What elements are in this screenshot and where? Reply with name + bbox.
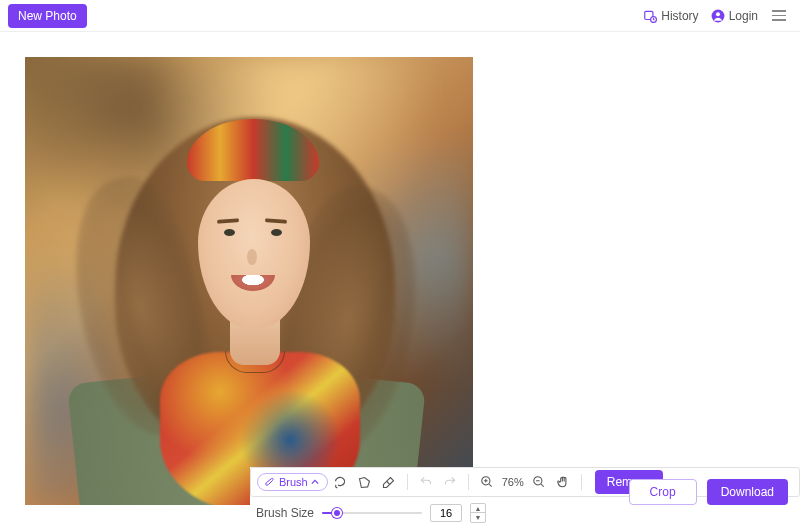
user-icon xyxy=(711,9,725,23)
crop-button[interactable]: Crop xyxy=(629,479,697,505)
zoom-in-icon[interactable] xyxy=(476,471,498,493)
eraser-tool-icon[interactable] xyxy=(378,471,400,493)
polygon-lasso-tool-icon[interactable] xyxy=(354,471,376,493)
divider xyxy=(407,474,408,490)
brush-size-row: Brush Size ▲ ▼ xyxy=(250,501,800,529)
brush-size-label: Brush Size xyxy=(256,506,314,520)
right-actions: Crop Download xyxy=(629,479,788,505)
login-label: Login xyxy=(729,9,758,23)
brush-size-input[interactable] xyxy=(430,504,462,522)
divider xyxy=(581,474,582,490)
stepper-up-icon[interactable]: ▲ xyxy=(471,504,485,513)
menu-icon[interactable] xyxy=(770,8,788,23)
stepper-down-icon[interactable]: ▼ xyxy=(471,513,485,522)
photo-canvas[interactable] xyxy=(25,57,473,505)
top-right-group: History Login xyxy=(643,8,788,23)
top-bar: New Photo History Login xyxy=(0,0,800,32)
zoom-out-icon[interactable] xyxy=(528,471,550,493)
pan-hand-icon[interactable] xyxy=(552,471,574,493)
brush-size-slider[interactable] xyxy=(322,506,422,520)
canvas-area xyxy=(0,32,800,529)
zoom-percent: 76% xyxy=(502,476,524,488)
history-link[interactable]: History xyxy=(643,9,698,23)
divider xyxy=(468,474,469,490)
brush-tool-chip[interactable]: Brush xyxy=(257,473,328,491)
lasso-tool-icon[interactable] xyxy=(330,471,352,493)
svg-point-3 xyxy=(716,12,720,16)
redo-icon[interactable] xyxy=(439,471,461,493)
history-icon xyxy=(643,9,657,23)
history-label: History xyxy=(661,9,698,23)
brush-size-stepper[interactable]: ▲ ▼ xyxy=(470,503,486,523)
download-button[interactable]: Download xyxy=(707,479,788,505)
undo-icon[interactable] xyxy=(415,471,437,493)
brush-chip-label: Brush xyxy=(279,476,308,488)
chevron-up-icon xyxy=(311,478,319,486)
new-photo-button[interactable]: New Photo xyxy=(8,4,87,28)
login-link[interactable]: Login xyxy=(711,9,758,23)
